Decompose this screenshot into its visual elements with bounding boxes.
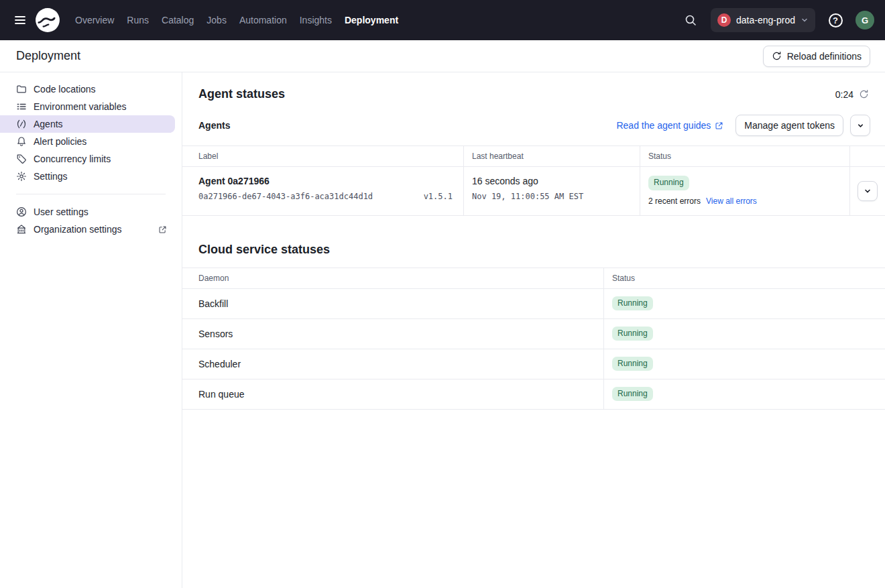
sidebar-item-label: Concurrency limits (34, 154, 111, 164)
sidebar-item-label: Environment variables (34, 101, 127, 112)
sidebar-item-alert-policies[interactable]: Alert policies (0, 133, 175, 150)
column-header-status: Status (640, 146, 850, 167)
sidebar-item-label: User settings (34, 207, 88, 217)
agent-icon (16, 119, 27, 129)
sidebar-item-agents[interactable]: Agents (0, 115, 175, 133)
view-all-errors-link[interactable]: View all errors (706, 196, 757, 206)
sidebar-item-label: Alert policies (34, 136, 86, 147)
column-header-actions (850, 146, 885, 167)
folder-icon (16, 84, 27, 95)
column-header-daemon: Daemon (182, 268, 604, 289)
manage-agent-tokens-label: Manage agent tokens (744, 120, 835, 131)
chevron-down-icon (801, 16, 809, 24)
reload-definitions-label: Reload definitions (787, 51, 862, 62)
daemon-row-sensors: Sensors Running (182, 319, 885, 349)
sidebar-item-settings[interactable]: Settings (0, 168, 175, 185)
organization-icon (16, 224, 27, 235)
deployment-name: data-eng-prod (736, 15, 795, 25)
agents-table-header: Label Last heartbeat Status (182, 146, 885, 167)
column-header-label: Label (182, 146, 464, 167)
agent-row: Agent 0a271966 0a271966-de67-4043-a3f6-a… (182, 167, 885, 216)
sidebar-item-concurrency-limits[interactable]: Concurrency limits (0, 150, 175, 168)
daemon-name: Sensors (182, 319, 604, 349)
agent-id: 0a271966-de67-4043-a3f6-aca31dc44d1d (198, 192, 373, 201)
status-badge: Running (612, 327, 653, 341)
nav-catalog[interactable]: Catalog (162, 0, 194, 40)
heartbeat-relative: 16 seconds ago (472, 176, 629, 186)
sidebar-item-label: Organization settings (34, 224, 122, 235)
agent-guides-label: Read the agent guides (616, 120, 711, 131)
agent-guides-link[interactable]: Read the agent guides (616, 120, 723, 131)
primary-nav: Overview Runs Catalog Jobs Automation In… (75, 0, 398, 40)
main-content: Agent statuses 0:24 Agents Read the agen… (182, 72, 885, 588)
sidebar-item-label: Settings (34, 171, 68, 182)
status-badge: Running (612, 357, 653, 371)
manage-agent-tokens-button[interactable]: Manage agent tokens (735, 115, 843, 136)
variables-icon (16, 101, 27, 112)
user-avatar[interactable]: G (856, 11, 874, 30)
agent-label-cell: Agent 0a271966 0a271966-de67-4043-a3f6-a… (182, 167, 464, 216)
nav-runs[interactable]: Runs (127, 0, 149, 40)
sidebar-item-user-settings[interactable]: User settings (0, 203, 175, 221)
countdown-value: 0:24 (835, 89, 853, 100)
page-title: Deployment (16, 49, 80, 63)
nav-insights[interactable]: Insights (300, 0, 332, 40)
chevron-down-icon (864, 187, 872, 195)
external-link-icon (715, 121, 723, 130)
nav-jobs[interactable]: Jobs (206, 0, 227, 40)
sidebar-item-code-locations[interactable]: Code locations (0, 80, 175, 98)
refresh-countdown: 0:24 (835, 89, 869, 100)
daemon-name: Scheduler (182, 349, 604, 379)
heartbeat-timestamp: Nov 19, 11:00:55 AM EST (472, 192, 629, 201)
agent-name: Agent 0a271966 (198, 176, 453, 186)
chevron-down-icon (857, 122, 864, 129)
deployment-badge: D (717, 13, 731, 27)
sidebar-item-environment-variables[interactable]: Environment variables (0, 98, 175, 115)
top-nav: Overview Runs Catalog Jobs Automation In… (0, 0, 885, 40)
cloud-services-table: Daemon Status Backfill Running Sensors R… (182, 268, 885, 410)
agent-status-cell: Running 2 recent errors View all errors (640, 167, 850, 216)
recent-errors-text: 2 recent errors (648, 196, 701, 206)
search-button[interactable] (677, 7, 704, 34)
deployment-sidebar: Code locations Environment variables Age… (0, 72, 182, 588)
tag-icon (16, 154, 27, 164)
user-icon (16, 207, 27, 217)
sidebar-item-label: Agents (34, 119, 63, 129)
sidebar-item-label: Code locations (34, 84, 96, 95)
gear-icon (16, 171, 27, 182)
agent-version: v1.5.1 (424, 192, 453, 201)
dagster-logo-icon[interactable] (35, 7, 60, 33)
deployment-selector[interactable]: D data-eng-prod (711, 8, 815, 32)
reload-icon (772, 51, 782, 61)
status-badge: Running (648, 176, 689, 190)
cloud-table-header: Daemon Status (182, 268, 885, 289)
agents-table: Label Last heartbeat Status Agent 0a2719… (182, 145, 885, 216)
column-header-heartbeat: Last heartbeat (464, 146, 640, 167)
reload-definitions-button[interactable]: Reload definitions (763, 46, 870, 67)
agent-actions-dropdown-button[interactable] (850, 115, 870, 136)
status-badge: Running (612, 296, 653, 311)
nav-deployment[interactable]: Deployment (345, 0, 398, 40)
daemon-name: Backfill (182, 289, 604, 319)
nav-automation[interactable]: Automation (239, 0, 287, 40)
daemon-row-run-queue: Run queue Running (182, 379, 885, 410)
column-header-status: Status (604, 268, 885, 289)
agents-subtitle: Agents (198, 120, 230, 131)
refresh-icon[interactable] (859, 89, 869, 99)
daemon-row-scheduler: Scheduler Running (182, 349, 885, 379)
agent-actions-cell (850, 167, 885, 216)
nav-overview[interactable]: Overview (75, 0, 114, 40)
sidebar-item-organization-settings[interactable]: Organization settings (0, 221, 175, 238)
hamburger-menu-button[interactable] (7, 7, 34, 34)
agent-heartbeat-cell: 16 seconds ago Nov 19, 11:00:55 AM EST (464, 167, 640, 216)
agent-expand-button[interactable] (858, 181, 878, 201)
page-header: Deployment Reload definitions (0, 40, 885, 72)
sidebar-divider (16, 194, 166, 194)
daemon-name: Run queue (182, 379, 604, 410)
cloud-service-statuses-title: Cloud service statuses (198, 243, 869, 257)
topnav-right: D data-eng-prod ? G (677, 7, 874, 34)
help-button[interactable]: ? (822, 7, 849, 34)
status-badge: Running (612, 387, 653, 402)
app-root: Overview Runs Catalog Jobs Automation In… (0, 0, 885, 588)
hamburger-icon (13, 13, 27, 27)
